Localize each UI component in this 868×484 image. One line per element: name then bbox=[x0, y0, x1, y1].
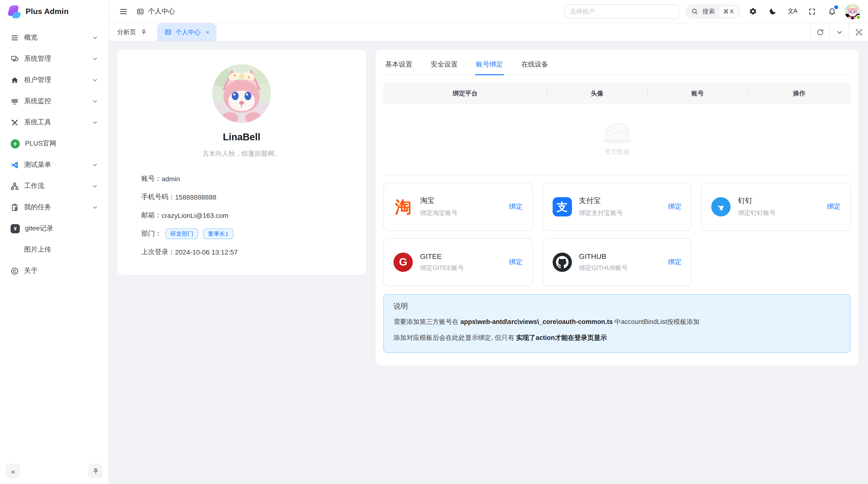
plus-circle-icon bbox=[10, 139, 20, 148]
workflow-icon bbox=[10, 182, 19, 190]
binding-card-gitee: G GITEE 绑定GITEE账号 绑定 bbox=[383, 238, 533, 286]
alert-line-2: 添加对应模板后会在此处显示绑定, 但只有 实现了action才能在登录页显示 bbox=[394, 333, 840, 343]
tab-profile-center[interactable]: 个人中心 × bbox=[157, 23, 217, 41]
logo[interactable]: Plus Admin bbox=[0, 0, 108, 23]
system-icon bbox=[10, 55, 19, 63]
profile-name: LinaBell bbox=[141, 132, 342, 143]
tab-analysis[interactable]: 分析页 bbox=[109, 23, 151, 41]
app-window: Plus Admin 概览 系统管理 租户管理 系统监控 bbox=[0, 0, 868, 484]
moon-icon bbox=[768, 7, 777, 15]
sidebar-item-workflow[interactable]: 工作流 bbox=[6, 176, 103, 196]
sidebar-item-my-tasks[interactable]: 我的任务 bbox=[6, 198, 103, 217]
chevron-down-icon bbox=[92, 35, 98, 40]
settings-button[interactable] bbox=[746, 5, 760, 18]
breadcrumb[interactable]: 个人中心 bbox=[136, 7, 175, 16]
bind-link-github[interactable]: 绑定 bbox=[668, 258, 682, 266]
profile-card-icon bbox=[136, 7, 144, 15]
sidebar-item-overview[interactable]: 概览 bbox=[6, 28, 103, 47]
chevron-down-icon bbox=[836, 29, 843, 35]
empty-inbox-icon bbox=[601, 123, 633, 144]
sidebar-item-test-menu[interactable]: 测试菜单 bbox=[6, 155, 103, 174]
sidebar-item-about[interactable]: 关于 bbox=[6, 261, 103, 281]
sidebar-footer: « bbox=[0, 459, 108, 484]
sidebar-item-system-monitor[interactable]: 系统监控 bbox=[6, 92, 103, 111]
refresh-button[interactable] bbox=[810, 23, 830, 41]
sidebar-item-image-upload[interactable]: 图片上传 bbox=[6, 240, 103, 259]
tab-online-devices[interactable]: 在线设备 bbox=[520, 56, 549, 75]
language-button[interactable]: 文A bbox=[785, 5, 799, 18]
expand-scan-icon bbox=[855, 28, 863, 36]
close-icon[interactable]: × bbox=[206, 29, 209, 35]
bind-link-alipay[interactable]: 绑定 bbox=[668, 202, 682, 211]
tools-icon bbox=[10, 118, 19, 127]
tabs-bar: 分析页 个人中心 × bbox=[109, 23, 868, 41]
profile-row-email: 邮箱：crazyLionLi@163.com bbox=[141, 210, 342, 221]
info-alert: 说明 需要添加第三方账号在 apps\web-antd\src\views\_c… bbox=[383, 294, 850, 353]
gear-icon bbox=[749, 7, 757, 15]
sidebar-pin-button[interactable] bbox=[88, 464, 103, 478]
panel-tabs: 基本设置 安全设置 账号绑定 在线设备 bbox=[383, 56, 850, 75]
binding-name: GITHUB bbox=[579, 252, 628, 260]
binding-desc: 绑定钉钉账号 bbox=[738, 209, 776, 218]
empty-state: 暂无数据 bbox=[383, 104, 850, 175]
bind-link-gitee[interactable]: 绑定 bbox=[509, 258, 523, 266]
bind-link-taobao[interactable]: 绑定 bbox=[509, 202, 523, 211]
sidebar-toggle-button[interactable] bbox=[117, 5, 130, 18]
tab-account-binding[interactable]: 账号绑定 bbox=[475, 56, 504, 75]
alert-title: 说明 bbox=[394, 302, 840, 311]
binding-card-taobao: 淘 淘宝 绑定淘宝账号 绑定 bbox=[383, 183, 533, 231]
chevron-down-icon bbox=[92, 183, 98, 189]
fullscreen-button[interactable] bbox=[805, 5, 819, 18]
translate-icon: 文A bbox=[788, 7, 797, 15]
tab-menu-button[interactable] bbox=[830, 23, 849, 41]
binding-name: GITEE bbox=[420, 252, 464, 260]
logo-icon bbox=[7, 5, 20, 18]
chevron-down-icon bbox=[92, 77, 98, 83]
global-search-button[interactable]: 搜索 ⌘ K bbox=[685, 4, 740, 19]
tenant-select-input[interactable] bbox=[564, 4, 679, 19]
dark-mode-button[interactable] bbox=[766, 5, 779, 18]
fullscreen-icon bbox=[808, 7, 816, 15]
user-avatar[interactable] bbox=[845, 4, 860, 19]
main-content: LinaBell 古木向人秋，惊蓬掠鬓稠。 账号：admin 手机号码：1588… bbox=[109, 41, 868, 484]
tab-basic-settings[interactable]: 基本设置 bbox=[384, 56, 413, 75]
app-title: Plus Admin bbox=[26, 7, 69, 16]
column-avatar: 头像 bbox=[547, 83, 647, 104]
alert-line-1: 需要添加第三方账号在 apps\web-antd\src\views\_core… bbox=[394, 317, 840, 327]
search-kbd-badge: ⌘ K bbox=[719, 6, 738, 17]
chevron-down-icon bbox=[92, 204, 98, 210]
monitor-icon bbox=[10, 97, 19, 105]
bind-link-dingtalk[interactable]: 绑定 bbox=[827, 202, 840, 211]
sidebar-item-tenant-management[interactable]: 租户管理 bbox=[6, 70, 103, 90]
chevron-down-icon bbox=[92, 162, 98, 168]
sidebar-item-plus-website[interactable]: PLUS官网 bbox=[6, 134, 103, 153]
sidebar: Plus Admin 概览 系统管理 租户管理 系统监控 bbox=[0, 0, 109, 484]
binding-card-alipay: 支 支付宝 绑定支付宝账号 绑定 bbox=[542, 183, 691, 231]
maximize-content-button[interactable] bbox=[849, 23, 868, 41]
chevron-down-icon bbox=[92, 120, 98, 125]
breadcrumb-label: 个人中心 bbox=[148, 7, 175, 16]
sidebar-item-system-tools[interactable]: 系统工具 bbox=[6, 113, 103, 132]
notifications-button[interactable] bbox=[825, 5, 839, 18]
search-icon bbox=[691, 8, 698, 15]
chevron-down-icon bbox=[92, 98, 98, 104]
binding-name: 淘宝 bbox=[420, 196, 458, 205]
taobao-icon: 淘 bbox=[395, 199, 411, 215]
profile-motto: 古木向人秋，惊蓬掠鬓稠。 bbox=[141, 150, 342, 158]
tab-security-settings[interactable]: 安全设置 bbox=[430, 56, 459, 75]
tabbar-controls bbox=[810, 23, 868, 41]
profile-card: LinaBell 古木向人秋，惊蓬掠鬓稠。 账号：admin 手机号码：1588… bbox=[117, 50, 366, 275]
clipboard-icon bbox=[10, 203, 19, 212]
list-icon bbox=[10, 33, 19, 42]
binding-table-header: 绑定平台 头像 账号 操作 bbox=[383, 83, 850, 104]
sidebar-collapse-button[interactable]: « bbox=[6, 464, 20, 478]
pin-icon[interactable] bbox=[140, 29, 147, 35]
sidebar-item-system-management[interactable]: 系统管理 bbox=[6, 49, 103, 68]
binding-card-dingtalk: 钉钉 绑定钉钉账号 绑定 bbox=[702, 183, 850, 231]
sidebar-item-gitee-log[interactable]: ¥ gitee记录 bbox=[6, 219, 103, 238]
settings-panel: 基本设置 安全设置 账号绑定 在线设备 绑定平台 头像 账号 操作 bbox=[376, 50, 858, 365]
alipay-icon: 支 bbox=[552, 197, 572, 217]
profile-row-last-login: 上次登录：2024-10-06 13:12:57 bbox=[141, 247, 342, 257]
refresh-icon bbox=[816, 28, 824, 36]
profile-row-account: 账号：admin bbox=[141, 173, 342, 184]
